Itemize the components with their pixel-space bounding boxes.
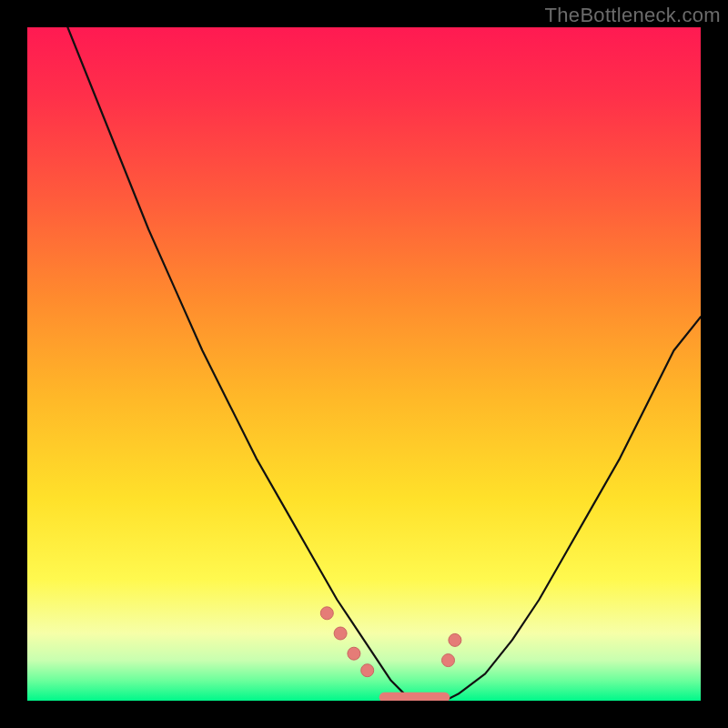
curve-marker <box>449 633 461 646</box>
bottleneck-curve-path <box>67 27 701 701</box>
curve-marker <box>361 664 374 677</box>
curve-marker <box>320 607 333 620</box>
plot-area <box>27 27 701 701</box>
curve-marker <box>348 647 360 660</box>
chart-frame: TheBottleneck.com <box>0 0 728 728</box>
watermark-text: TheBottleneck.com <box>545 4 721 27</box>
curve-marker <box>334 627 347 640</box>
bottleneck-curve-svg <box>27 27 701 701</box>
curve-marker <box>442 654 455 667</box>
